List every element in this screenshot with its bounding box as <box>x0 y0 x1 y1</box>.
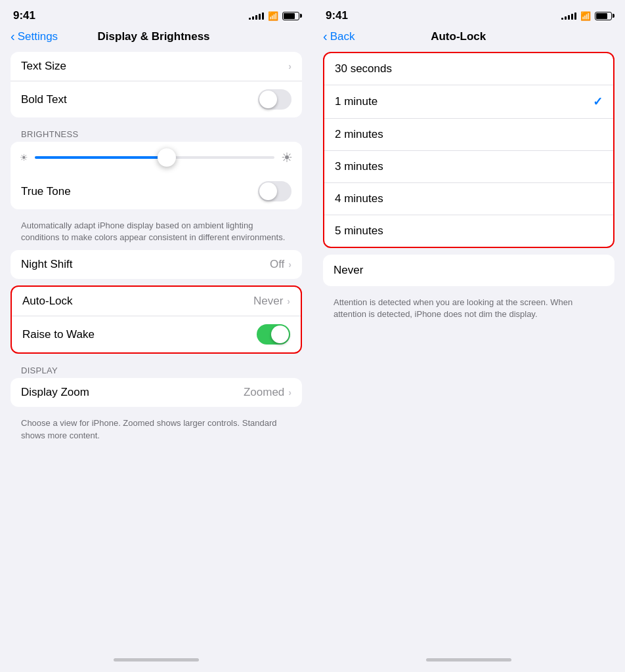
back-label: Settings <box>18 30 58 43</box>
autolock-back-button[interactable]: ‹ Back <box>323 29 355 44</box>
raise-to-wake-toggle[interactable] <box>257 324 290 345</box>
display-zoom-value: Zoomed <box>244 386 284 399</box>
night-shift-value: Off <box>270 258 284 271</box>
bold-text-label: Bold Text <box>21 93 67 106</box>
autolock-option-never[interactable]: Never <box>323 255 614 286</box>
autolock-30s-label: 30 seconds <box>335 62 392 75</box>
text-settings-group: Text Size › Bold Text <box>11 52 302 117</box>
true-tone-description: Automatically adapt iPhone display based… <box>11 216 302 250</box>
right-status-time: 9:41 <box>326 9 348 22</box>
autolock-never-group: Never <box>323 255 614 286</box>
true-tone-toggle-knob <box>259 182 277 200</box>
autolock-option-4m[interactable]: 4 minutes <box>324 183 613 215</box>
night-shift-label: Night Shift <box>21 258 72 271</box>
right-back-chevron-icon: ‹ <box>323 29 328 44</box>
right-page-title: Auto-Lock <box>355 30 562 43</box>
autolock-1m-checkmark-icon: ✓ <box>593 94 603 109</box>
right-wifi-icon: 📶 <box>580 11 591 21</box>
display-zoom-row[interactable]: Display Zoom Zoomed › <box>11 378 302 407</box>
left-panel: 9:41 📶 ‹ Settings Display & Brightness <box>0 0 312 672</box>
brightness-low-icon: ☀ <box>20 152 28 163</box>
wifi-icon: 📶 <box>268 11 278 21</box>
battery-icon <box>282 12 299 20</box>
text-size-label: Text Size <box>21 60 66 73</box>
bold-text-toggle[interactable] <box>258 89 291 110</box>
left-status-bar: 9:41 📶 <box>0 0 312 26</box>
autolock-5m-label: 5 minutes <box>335 224 383 238</box>
right-home-indicator <box>312 652 625 672</box>
auto-lock-chevron-icon: › <box>287 296 290 306</box>
autolock-option-3m[interactable]: 3 minutes <box>324 151 613 183</box>
right-status-icons: 📶 <box>561 11 612 21</box>
right-nav-bar: ‹ Back Auto-Lock <box>312 26 625 52</box>
brightness-slider-fill <box>35 156 167 159</box>
autolock-3m-label: 3 minutes <box>335 160 383 173</box>
auto-lock-label: Auto-Lock <box>22 295 73 308</box>
true-tone-row[interactable]: True Tone <box>11 173 302 209</box>
right-battery-icon <box>595 12 612 20</box>
night-shift-right: Off › <box>270 258 291 271</box>
display-zoom-group: Display Zoom Zoomed › <box>11 378 302 407</box>
left-page-title: Display & Brightness <box>58 30 249 43</box>
brightness-section-label: BRIGHTNESS <box>11 124 302 142</box>
autolock-1m-label: 1 minute <box>335 95 377 108</box>
brightness-slider-thumb <box>158 148 176 167</box>
right-signal-icon <box>561 12 576 20</box>
autolock-option-1m[interactable]: 1 minute ✓ <box>324 85 613 119</box>
auto-lock-value: Never <box>253 295 283 308</box>
bold-text-toggle-knob <box>259 91 277 108</box>
text-size-right: › <box>288 61 291 72</box>
right-panel: 9:41 📶 ‹ Back Auto-Lock <box>312 0 625 672</box>
bold-text-row[interactable]: Bold Text <box>11 81 302 117</box>
autolock-2m-label: 2 minutes <box>335 128 383 141</box>
autolock-4m-label: 4 minutes <box>335 192 383 205</box>
autolock-option-30s[interactable]: 30 seconds <box>324 53 613 85</box>
raise-to-wake-row[interactable]: Raise to Wake <box>12 316 301 352</box>
display-zoom-label: Display Zoom <box>21 386 89 399</box>
autolock-content: 30 seconds 1 minute ✓ 2 minutes 3 minute… <box>312 52 625 652</box>
right-status-bar: 9:41 📶 <box>312 0 625 26</box>
display-zoom-right: Zoomed › <box>244 386 291 399</box>
attention-description: Attention is detected when you are looki… <box>323 293 614 327</box>
back-chevron-icon: ‹ <box>11 29 15 44</box>
brightness-group: ☀ ☀ True Tone <box>11 142 302 209</box>
auto-lock-right: Never › <box>253 295 290 308</box>
night-shift-row[interactable]: Night Shift Off › <box>11 250 302 279</box>
autolock-never-label: Never <box>334 264 363 277</box>
signal-icon <box>249 12 264 20</box>
right-back-label: Back <box>330 30 355 43</box>
left-settings-content: Text Size › Bold Text BRIGHTNESS ☀ <box>0 52 312 652</box>
text-size-row[interactable]: Text Size › <box>11 52 302 81</box>
true-tone-toggle[interactable] <box>258 181 291 201</box>
text-size-chevron-icon: › <box>288 61 291 72</box>
autolock-option-2m[interactable]: 2 minutes <box>324 119 613 151</box>
left-home-indicator <box>0 652 312 672</box>
night-shift-group: Night Shift Off › <box>11 250 302 279</box>
raise-to-wake-toggle-knob <box>271 326 289 343</box>
left-status-time: 9:41 <box>13 9 35 22</box>
brightness-slider-row[interactable]: ☀ ☀ <box>11 142 302 173</box>
night-shift-chevron-icon: › <box>288 259 291 270</box>
display-zoom-chevron-icon: › <box>288 387 291 398</box>
auto-lock-raise-group: Auto-Lock Never › Raise to Wake <box>11 285 302 354</box>
right-home-bar <box>426 658 511 662</box>
auto-lock-row[interactable]: Auto-Lock Never › <box>12 287 301 316</box>
display-zoom-description: Choose a view for iPhone. Zoomed shows l… <box>11 413 302 448</box>
true-tone-label: True Tone <box>21 185 71 198</box>
autolock-option-5m[interactable]: 5 minutes <box>324 215 613 247</box>
left-status-icons: 📶 <box>249 11 299 21</box>
left-nav-bar: ‹ Settings Display & Brightness <box>0 26 312 52</box>
brightness-high-icon: ☀ <box>281 150 293 165</box>
display-section-label: DISPLAY <box>11 360 302 378</box>
brightness-slider[interactable] <box>35 156 274 159</box>
autolock-options-group: 30 seconds 1 minute ✓ 2 minutes 3 minute… <box>323 52 614 248</box>
left-home-bar <box>114 658 199 662</box>
settings-back-button[interactable]: ‹ Settings <box>11 29 58 44</box>
raise-to-wake-label: Raise to Wake <box>22 328 95 341</box>
